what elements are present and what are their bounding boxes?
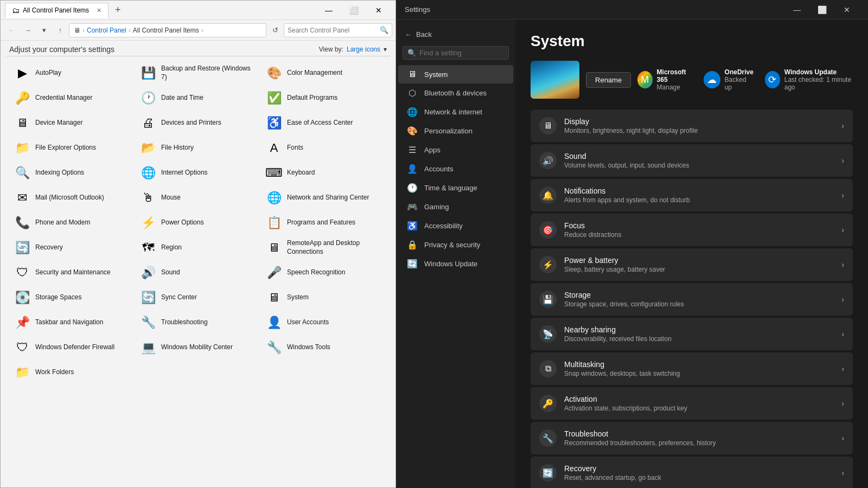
- cp-item-credential-manager[interactable]: 🔑 Credential Manager: [9, 86, 135, 111]
- cp-item-color-management[interactable]: 🎨 Color Management: [261, 61, 387, 86]
- settings-row-activation[interactable]: 🔑 Activation Activation state, subscript…: [531, 387, 853, 420]
- cp-item-file-history[interactable]: 📂 File History: [135, 136, 261, 160]
- cp-refresh-button[interactable]: ↺: [267, 23, 283, 38]
- cp-back-button[interactable]: ←: [4, 23, 19, 38]
- settings-row-storage[interactable]: 💾 Storage Storage space, drives, configu…: [531, 283, 853, 316]
- cp-item-user-accounts[interactable]: 👤 User Accounts: [261, 310, 387, 335]
- cp-item-default-programs[interactable]: ✅ Default Programs: [261, 86, 387, 111]
- settings-close-button[interactable]: ✕: [834, 0, 859, 20]
- cp-up-button[interactable]: ↑: [53, 23, 68, 38]
- settings-row-nearby[interactable]: 📡 Nearby sharing Discoverability, receiv…: [531, 318, 853, 350]
- cp-item-sound[interactable]: 🔊 Sound: [135, 260, 261, 285]
- settings-row-recovery[interactable]: 🔄 Recovery Reset, advanced startup, go b…: [531, 457, 853, 488]
- cp-item-keyboard[interactable]: ⌨ Keyboard: [261, 160, 387, 185]
- cp-close-button[interactable]: ✕: [366, 1, 391, 20]
- cp-item-speech-recognition[interactable]: 🎤 Speech Recognition: [261, 260, 387, 285]
- sidebar-item-apps[interactable]: ☰ Apps: [398, 140, 513, 159]
- cp-item-ease-of-access-center[interactable]: ♿ Ease of Access Center: [261, 111, 387, 136]
- viewby-value[interactable]: Large icons: [347, 46, 380, 53]
- sidebar-item-time[interactable]: 🕐 Time & language: [398, 178, 513, 197]
- cp-item-mouse[interactable]: 🖱 Mouse: [135, 185, 261, 210]
- breadcrumb-item-cp[interactable]: Control Panel: [87, 27, 126, 34]
- cp-item-power-options[interactable]: ⚡ Power Options: [135, 210, 261, 235]
- cp-item-phone-and-modem[interactable]: 📞 Phone and Modem: [9, 210, 135, 235]
- cp-item-storage-spaces[interactable]: 💽 Storage Spaces: [9, 285, 135, 310]
- settings-search-input[interactable]: [419, 49, 510, 57]
- sidebar-item-windowsupdate[interactable]: 🔄 Windows Update: [398, 254, 513, 273]
- cp-item-mail-(microsoft-outlook)[interactable]: ✉ Mail (Microsoft Outlook): [9, 185, 135, 210]
- row-chevron-notifications: ›: [841, 191, 844, 200]
- cp-item-windows-tools[interactable]: 🔧 Windows Tools: [261, 335, 387, 360]
- cp-search-input[interactable]: [288, 27, 380, 34]
- cp-heading: Adjust your computer's settings: [9, 45, 114, 54]
- cp-item-troubleshooting[interactable]: 🔧 Troubleshooting: [135, 310, 261, 335]
- settings-row-sound[interactable]: 🔊 Sound Volume levels, output, input, so…: [531, 144, 853, 177]
- cp-item-network-and-sharing-center[interactable]: 🌐 Network and Sharing Center: [261, 185, 387, 210]
- cp-item-windows-mobility-center[interactable]: 💻 Windows Mobility Center: [135, 335, 261, 360]
- cp-recent-button[interactable]: ▾: [36, 23, 52, 38]
- cp-item-date-and-time[interactable]: 🕐 Date and Time: [135, 86, 261, 111]
- cp-viewby: View by: Large icons ▾: [319, 46, 387, 53]
- cp-item-icon: 🔧: [265, 339, 283, 356]
- sidebar-item-accounts[interactable]: 👤 Accounts: [398, 159, 513, 178]
- settings-maximize-button[interactable]: ⬜: [809, 0, 834, 20]
- settings-back-button[interactable]: ← Back: [396, 26, 515, 43]
- cp-item-label: Ease of Access Center: [287, 119, 353, 127]
- cp-item-fonts[interactable]: A Fonts: [261, 136, 387, 160]
- settings-sidebar-list: 🖥 System ⬡ Bluetooth & devices 🌐 Network…: [396, 65, 515, 273]
- cp-item-recovery[interactable]: 🔄 Recovery: [9, 235, 135, 260]
- sidebar-item-accessibility[interactable]: ♿ Accessibility: [398, 216, 513, 235]
- cp-item-autoplay[interactable]: ▶ AutoPlay: [9, 61, 135, 86]
- cp-item-indexing-options[interactable]: 🔍 Indexing Options: [9, 160, 135, 185]
- cp-tab-active[interactable]: 🗂 All Control Panel Items ✕: [5, 3, 108, 18]
- cp-item-label: File Explorer Options: [35, 144, 96, 152]
- cp-tab-close[interactable]: ✕: [97, 7, 101, 14]
- cp-item-backup-and-restore-(windows-7)[interactable]: 💾 Backup and Restore (Windows 7): [135, 61, 261, 86]
- cp-maximize-button[interactable]: ⬜: [341, 1, 366, 20]
- cp-minimize-button[interactable]: —: [316, 1, 341, 20]
- cp-item-sync-center[interactable]: 🔄 Sync Center: [135, 285, 261, 310]
- row-title-sound: Sound: [564, 152, 841, 160]
- settings-row-display[interactable]: 🖥 Display Monitors, brightness, night li…: [531, 110, 853, 142]
- quick-link-onedrive[interactable]: ☁ OneDrive Backed up: [704, 68, 754, 91]
- sidebar-item-gaming[interactable]: 🎮 Gaming: [398, 197, 513, 216]
- sidebar-item-system[interactable]: 🖥 System: [398, 65, 513, 84]
- rename-button[interactable]: Rename: [586, 72, 631, 88]
- quick-link-ms365[interactable]: M Microsoft 365 Manage: [637, 68, 693, 91]
- row-icon-activation: 🔑: [539, 395, 557, 412]
- cp-item-devices-and-printers[interactable]: 🖨 Devices and Printers: [135, 111, 261, 136]
- sidebar-item-personalization[interactable]: 🎨 Personalization: [398, 121, 513, 140]
- cp-item-system[interactable]: 🖥 System: [261, 285, 387, 310]
- cp-viewbar: Adjust your computer's settings View by:…: [1, 41, 395, 56]
- settings-row-notifications[interactable]: 🔔 Notifications Alerts from apps and sys…: [531, 179, 853, 211]
- settings-row-troubleshoot[interactable]: 🔧 Troubleshoot Recommended troubleshoote…: [531, 422, 853, 454]
- row-title-multitasking: Multitasking: [564, 360, 841, 369]
- cp-item-internet-options[interactable]: 🌐 Internet Options: [135, 160, 261, 185]
- settings-minimize-button[interactable]: —: [784, 0, 809, 20]
- settings-rows: 🖥 Display Monitors, brightness, night li…: [531, 110, 853, 488]
- cp-item-programs-and-features[interactable]: 📋 Programs and Features: [261, 210, 387, 235]
- cp-item-label: Windows Mobility Center: [161, 343, 233, 352]
- page-title: System: [531, 33, 853, 50]
- cp-item-remoteapp-and-desktop-connections[interactable]: 🖥 RemoteApp and Desktop Connections: [261, 235, 387, 260]
- sidebar-icon-windowsupdate: 🔄: [407, 259, 418, 269]
- quick-link-winupdate[interactable]: ⟳ Windows Update Last checked: 1 minute …: [765, 68, 853, 91]
- cp-item-taskbar-and-navigation[interactable]: 📌 Taskbar and Navigation: [9, 310, 135, 335]
- cp-item-file-explorer-options[interactable]: 📁 File Explorer Options: [9, 136, 135, 160]
- cp-item-region[interactable]: 🗺 Region: [135, 235, 261, 260]
- cp-item-device-manager[interactable]: 🖥 Device Manager: [9, 111, 135, 136]
- settings-row-multitasking[interactable]: ⧉ Multitasking Snap windows, desktops, t…: [531, 352, 853, 385]
- settings-row-focus[interactable]: 🎯 Focus Reduce distractions ›: [531, 214, 853, 246]
- cp-item-label: Network and Sharing Center: [287, 194, 369, 202]
- quick-links: M Microsoft 365 Manage ☁ OneDrive Backed…: [637, 68, 853, 91]
- sidebar-item-network[interactable]: 🌐 Network & internet: [398, 102, 513, 121]
- cp-item-work-folders[interactable]: 📁 Work Folders: [9, 360, 135, 385]
- cp-forward-button[interactable]: →: [20, 23, 35, 38]
- sidebar-item-privacy[interactable]: 🔒 Privacy & security: [398, 235, 513, 254]
- new-tab-button[interactable]: +: [112, 4, 124, 16]
- sidebar-item-bluetooth[interactable]: ⬡ Bluetooth & devices: [398, 84, 513, 102]
- cp-item-windows-defender-firewall[interactable]: 🛡 Windows Defender Firewall: [9, 335, 135, 360]
- cp-item-security-and-maintenance[interactable]: 🛡 Security and Maintenance: [9, 260, 135, 285]
- cp-item-icon: 📁: [14, 364, 31, 381]
- settings-row-power[interactable]: ⚡ Power & battery Sleep, battery usage, …: [531, 248, 853, 281]
